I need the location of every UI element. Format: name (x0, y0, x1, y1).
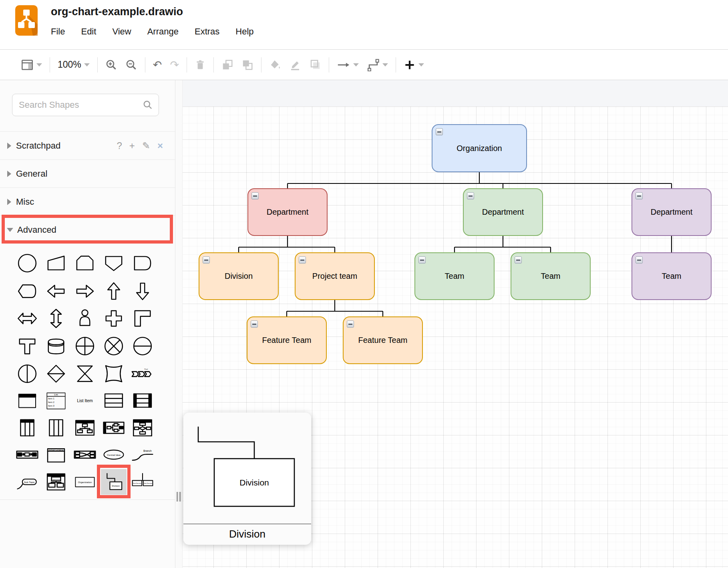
fill-color-button (269, 59, 281, 71)
connection-button[interactable] (337, 60, 359, 70)
search-input[interactable] (18, 99, 143, 111)
shape-circle[interactable] (14, 250, 40, 276)
shape-arrow-ud[interactable] (43, 306, 69, 331)
org-node-div[interactable]: Division (199, 252, 279, 300)
collapse-icon[interactable] (436, 128, 443, 135)
shape-search-box[interactable] (12, 94, 159, 116)
shape-arrow-down[interactable] (130, 278, 155, 304)
menu-extras[interactable]: Extras (195, 26, 219, 37)
shape-person[interactable] (72, 306, 98, 331)
org-node-t1[interactable]: Team (414, 252, 495, 300)
sidebar-section-advanced[interactable]: Advanced (0, 216, 175, 244)
shape-cols-b[interactable] (43, 415, 69, 441)
shape-trapezoid[interactable] (43, 250, 69, 276)
org-node-pt[interactable]: Project team (295, 252, 375, 300)
shape-thumb-tree[interactable] (101, 415, 127, 441)
collapse-icon[interactable] (251, 192, 259, 199)
shape-list-item[interactable]: List Item (72, 388, 98, 413)
collapse-icon[interactable] (635, 192, 643, 199)
menu-edit[interactable]: Edit (81, 26, 96, 37)
shape-organization[interactable]: Organization (72, 469, 98, 495)
org-node-d2[interactable]: Department (463, 188, 543, 236)
shape-thumb-org2[interactable]: Organization (43, 469, 69, 495)
menu-help[interactable]: Help (235, 26, 253, 37)
shape-circle-vsplit[interactable] (14, 361, 40, 387)
zoom-out-button[interactable] (125, 59, 137, 71)
shape-division[interactable]: Division (101, 469, 127, 495)
shape-arrow-lr[interactable] (14, 306, 40, 331)
shape-cut-rect[interactable] (72, 250, 98, 276)
shape-sub-section[interactable]: Sub SectionSub Section (130, 469, 155, 495)
shape-thumb-row[interactable] (14, 442, 40, 467)
org-node-ft1[interactable]: Feature Team (247, 316, 327, 364)
org-node-t2[interactable]: Team (511, 252, 591, 300)
diagram-panel-button[interactable] (21, 59, 42, 70)
collapse-icon[interactable] (635, 256, 643, 264)
org-node-ft2[interactable]: Feature Team (343, 316, 423, 364)
shape-central-idea[interactable]: Central Idea (101, 442, 127, 467)
insert-button[interactable] (404, 59, 424, 71)
shape-container[interactable] (14, 388, 40, 413)
collapse-icon[interactable] (347, 320, 354, 328)
shape-hourglass[interactable] (72, 361, 98, 387)
shape-step-strip[interactable]: Pool (130, 361, 155, 387)
shape-rows-a[interactable] (101, 388, 127, 413)
add-icon[interactable]: + (129, 140, 135, 151)
zoom-level-value[interactable]: 100% (58, 59, 81, 70)
splitter-grip-icon[interactable] (177, 492, 181, 502)
menu-view[interactable]: View (112, 26, 131, 37)
undo-button[interactable]: ↶ (153, 59, 162, 70)
shape-diamond-split[interactable] (43, 361, 69, 387)
shape-arrow-up[interactable] (101, 278, 127, 304)
shape-sub-topic[interactable]: Sub Topic (14, 469, 40, 495)
shape-cylinder[interactable] (43, 333, 69, 359)
shape-titled-frame[interactable]: Vertical Container (43, 442, 69, 467)
shape-thumb-flow[interactable] (130, 415, 155, 441)
org-node-d3[interactable]: Department (631, 188, 712, 236)
shape-arrow-right[interactable] (72, 278, 98, 304)
sidebar-section-scratchpad[interactable]: Scratchpad?+✎× (0, 131, 175, 159)
collapse-icon[interactable] (418, 256, 426, 264)
menu-arrange[interactable]: Arrange (147, 26, 179, 37)
shape-corner[interactable] (130, 306, 155, 331)
delete-icon (195, 59, 206, 71)
edit-icon[interactable]: ✎ (142, 140, 150, 151)
shape-rounded-hex[interactable] (14, 278, 40, 304)
shape-concave-sq[interactable] (101, 361, 127, 387)
shape-circle-hsplit[interactable] (130, 333, 155, 359)
shape-list[interactable]: ListItem 1Item 2Item 3 (43, 388, 69, 413)
collapse-icon[interactable] (299, 256, 306, 264)
shape-display[interactable] (130, 250, 155, 276)
org-node-d1[interactable]: Department (247, 188, 328, 236)
shape-cols-a[interactable] (14, 415, 40, 441)
shape-cross[interactable] (101, 306, 127, 331)
collapse-icon[interactable] (251, 320, 258, 328)
shape-thumb-orgchart[interactable] (72, 415, 98, 441)
shape-arrow-left[interactable] (43, 278, 69, 304)
shape-thumb-cross[interactable] (72, 442, 98, 467)
collapse-icon[interactable] (203, 256, 210, 264)
zoom-in-button[interactable] (105, 59, 117, 71)
sidebar-section-misc[interactable]: Misc (0, 187, 175, 216)
chevron-right-icon (7, 143, 11, 149)
sidebar-section-general[interactable]: General (0, 159, 175, 187)
shape-tee[interactable] (14, 333, 40, 359)
help-icon[interactable]: ? (117, 140, 122, 151)
shape-branch[interactable]: Branch (130, 442, 155, 467)
collapse-icon[interactable] (515, 256, 522, 264)
shape-circle-quad[interactable] (72, 333, 98, 359)
node-label: Project team (312, 272, 357, 281)
to-back-icon (241, 59, 253, 71)
org-node-org[interactable]: Organization (432, 124, 527, 172)
sidebar-splitter[interactable] (175, 80, 183, 568)
shape-rows-b[interactable] (130, 388, 155, 413)
waypoints-button[interactable] (367, 58, 388, 71)
shape-shield[interactable] (101, 250, 127, 276)
zoom-level-button[interactable]: 100% (58, 59, 90, 70)
close-icon[interactable]: × (157, 140, 163, 151)
shadow-icon (309, 59, 321, 71)
collapse-icon[interactable] (467, 192, 474, 199)
shape-circle-x[interactable] (101, 333, 127, 359)
menu-file[interactable]: File (51, 26, 65, 37)
org-node-t3[interactable]: Team (631, 252, 712, 300)
